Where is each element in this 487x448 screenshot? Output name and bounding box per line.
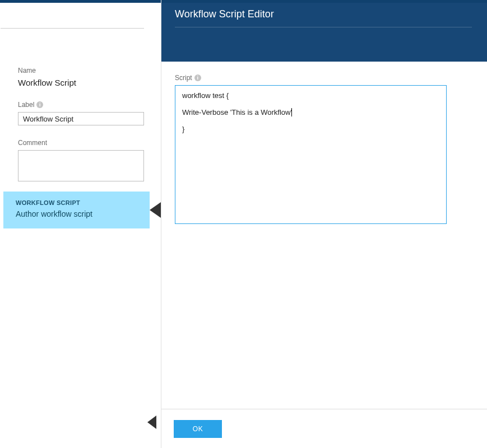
script-label-text: Script — [175, 74, 192, 82]
workflow-script-tile-subtitle: Author workflow script — [16, 209, 137, 218]
name-label: Name — [18, 67, 143, 74]
editor-title: Workflow Script Editor — [175, 8, 474, 27]
name-value: Workflow Script — [18, 78, 143, 87]
right-footer: OK — [161, 409, 487, 448]
label-input[interactable] — [18, 112, 144, 125]
left-panel: Name Workflow Script Label i Comment WOR… — [0, 0, 161, 448]
app-container: Name Workflow Script Label i Comment WOR… — [0, 0, 487, 448]
workflow-script-tile-title: WORKFLOW SCRIPT — [16, 199, 137, 206]
comment-field-group: Comment — [18, 139, 143, 184]
left-form: Name Workflow Script Label i Comment — [0, 29, 161, 184]
name-field-group: Name Workflow Script — [18, 67, 143, 87]
info-icon[interactable]: i — [36, 101, 43, 108]
right-body: Script i workflow test {Write-Verbose 'T… — [161, 62, 487, 448]
ok-button[interactable]: OK — [174, 420, 222, 438]
label-label-text: Label — [18, 101, 34, 109]
label-label: Label i — [18, 101, 143, 109]
back-arrow-icon[interactable] — [147, 416, 156, 429]
script-label: Script i — [175, 74, 474, 82]
left-header-divider — [1, 3, 144, 29]
info-icon[interactable]: i — [194, 74, 201, 81]
right-panel: Workflow Script Editor Script i workflow… — [161, 0, 487, 448]
right-header: Workflow Script Editor — [161, 3, 487, 62]
comment-input[interactable] — [18, 150, 144, 181]
chevron-right-icon — [150, 202, 161, 218]
label-field-group: Label i — [18, 101, 143, 125]
script-editor[interactable]: workflow test {Write-Verbose 'This is a … — [175, 85, 447, 224]
workflow-script-tile[interactable]: WORKFLOW SCRIPT Author workflow script — [3, 192, 150, 228]
comment-label: Comment — [18, 139, 143, 147]
header-divider — [175, 27, 472, 27]
